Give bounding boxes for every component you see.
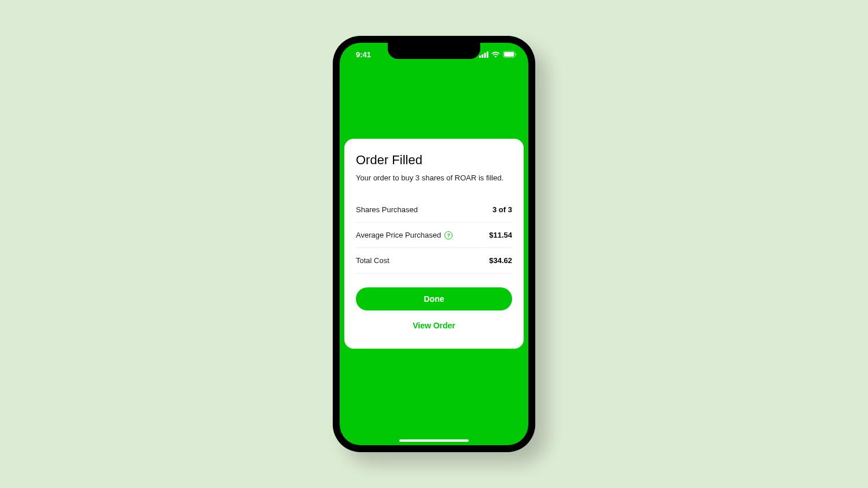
- svg-rect-0: [479, 56, 481, 58]
- wifi-icon: [491, 51, 500, 58]
- svg-rect-3: [487, 51, 488, 58]
- home-indicator[interactable]: [399, 439, 469, 442]
- row-value: $34.62: [489, 256, 512, 265]
- status-time: 9:41: [356, 50, 371, 59]
- phone-frame: 9:41 Order Filled Your order to buy 3 sh…: [333, 36, 535, 452]
- cellular-signal-icon: [479, 51, 488, 58]
- row-value: 3 of 3: [492, 205, 512, 214]
- row-value: $11.54: [489, 231, 512, 239]
- phone-notch: [388, 43, 480, 59]
- order-filled-card: Order Filled Your order to buy 3 shares …: [344, 139, 524, 349]
- svg-rect-5: [504, 52, 514, 57]
- status-icons: [479, 51, 517, 58]
- battery-icon: [503, 51, 517, 58]
- card-subtitle: Your order to buy 3 shares of ROAR is fi…: [356, 173, 512, 182]
- row-average-price: Average Price Purchased ? $11.54: [356, 223, 512, 248]
- card-title: Order Filled: [356, 153, 512, 168]
- done-button[interactable]: Done: [356, 287, 512, 310]
- row-total-cost: Total Cost $34.62: [356, 248, 512, 273]
- row-shares-purchased: Shares Purchased 3 of 3: [356, 197, 512, 223]
- svg-rect-6: [516, 53, 517, 56]
- row-label: Shares Purchased: [356, 205, 418, 214]
- row-label: Total Cost: [356, 256, 389, 265]
- svg-rect-1: [481, 54, 483, 58]
- button-group: Done View Order: [356, 287, 512, 337]
- view-order-button[interactable]: View Order: [356, 314, 512, 337]
- svg-rect-2: [484, 53, 486, 58]
- phone-screen: 9:41 Order Filled Your order to buy 3 sh…: [340, 43, 528, 445]
- row-label: Average Price Purchased ?: [356, 231, 453, 239]
- info-icon[interactable]: ?: [444, 231, 453, 239]
